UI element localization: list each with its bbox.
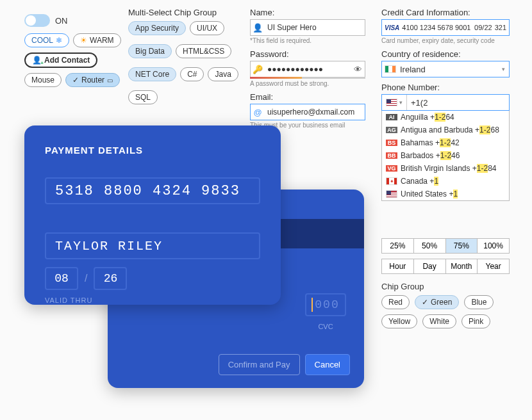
phone-option[interactable]: VGBritish Virgin Islands +1-284 xyxy=(382,162,509,175)
person-icon: 👤 xyxy=(251,23,265,33)
chip-red[interactable]: Red xyxy=(381,295,410,309)
name-helper: *This field is required. xyxy=(250,37,365,44)
card-front: PAYMENT DETAILS 5318 8800 4324 9833 TAYL… xyxy=(24,125,281,305)
cancel-button[interactable]: Cancel xyxy=(305,354,350,375)
chip-ui-ux[interactable]: UI/UX xyxy=(190,21,224,35)
email-label: Email: xyxy=(250,92,365,102)
country-badge: AG xyxy=(386,127,397,133)
phone-flag-select[interactable]: ▾ xyxy=(382,95,407,110)
visa-icon: VISA xyxy=(385,24,399,31)
country-badge: VG xyxy=(386,165,397,172)
chip-sql[interactable]: SQL xyxy=(128,90,158,104)
flag-ireland-icon xyxy=(385,65,396,73)
email-input[interactable]: @ uisuperhero@dxmail.com xyxy=(250,104,365,120)
eye-icon[interactable]: 👁 xyxy=(351,65,365,74)
payment-title: PAYMENT DETAILS xyxy=(45,145,260,156)
chip-router[interactable]: ✓ Router ▭ xyxy=(65,73,120,87)
country-select[interactable]: Ireland ▾ xyxy=(381,61,510,77)
key-icon: 🔑 xyxy=(251,65,265,74)
flag-icon xyxy=(386,190,397,198)
country-badge: BB xyxy=(386,152,397,159)
chip-net-core[interactable]: NET Core xyxy=(128,67,176,81)
chip-java[interactable]: Java xyxy=(208,67,238,81)
chip-green[interactable]: ✓ Green xyxy=(415,295,459,309)
exp-year-input[interactable]: 26 xyxy=(94,267,127,290)
snowflake-icon: ❄ xyxy=(56,36,62,45)
chip-cool[interactable]: COOL ❄ xyxy=(24,33,69,47)
password-label: Password: xyxy=(250,49,365,59)
phone-option[interactable]: Canada +1 xyxy=(382,175,509,188)
valid-thru-label: VALID THRU xyxy=(45,296,260,304)
cc-label: Credit Card Information: xyxy=(381,8,510,17)
cvc-label: CVC xyxy=(305,323,346,330)
flag-icon xyxy=(386,177,397,185)
card-number-input[interactable]: 5318 8800 4324 9833 xyxy=(45,177,260,204)
time-group: HourDayMonthYear xyxy=(381,259,510,274)
time-month[interactable]: Month xyxy=(446,259,478,273)
flag-us-icon xyxy=(386,99,397,106)
pct-25%[interactable]: 25% xyxy=(382,239,414,253)
multi-select-title: Multi-Select Chip Group xyxy=(128,8,247,17)
chevron-down-icon: ▾ xyxy=(502,66,505,72)
cc-input[interactable]: VISA 4100 1234 5678 9001 09/22 321 xyxy=(381,19,510,36)
phone-option[interactable]: AIAnguilla +1-264 xyxy=(382,111,509,124)
cvc-input[interactable]: 000 xyxy=(305,293,346,316)
phone-option[interactable]: United States +1 xyxy=(382,188,509,200)
chip-html-css[interactable]: HTML&CSS xyxy=(176,44,231,58)
password-input[interactable]: 🔑 ●●●●●●●●●●●● 👁 xyxy=(250,61,365,77)
add-contact-button[interactable]: 👤+ Add Contact xyxy=(24,52,97,68)
chip-big-data[interactable]: Big Data xyxy=(128,44,172,58)
name-input[interactable]: 👤 UI Super Hero xyxy=(250,19,365,36)
at-icon: @ xyxy=(251,108,265,117)
time-hour[interactable]: Hour xyxy=(382,259,414,273)
phone-input[interactable]: ▾ +1(2 xyxy=(381,94,510,111)
chip-mouse[interactable]: Mouse xyxy=(24,73,62,87)
card-name-input[interactable]: TAYLOR RILEY xyxy=(45,232,260,259)
chip-c-[interactable]: C# xyxy=(180,67,204,81)
chip-white[interactable]: White xyxy=(422,314,456,328)
chip-pink[interactable]: Pink xyxy=(461,314,490,328)
password-strength-bar xyxy=(250,77,365,79)
exp-separator: / xyxy=(85,273,87,284)
phone-option[interactable]: BSBahamas +1-242 xyxy=(382,136,509,149)
chip-yellow[interactable]: Yellow xyxy=(381,314,417,328)
router-icon: ▭ xyxy=(107,77,113,84)
time-year[interactable]: Year xyxy=(478,259,509,273)
add-contact-icon: 👤+ xyxy=(32,56,42,65)
country-label: Country of residence: xyxy=(381,49,510,59)
percent-group: 25%50%75%100% xyxy=(381,238,510,254)
toggle-label: ON xyxy=(55,16,68,26)
country-badge: BS xyxy=(386,140,397,146)
toggle-on[interactable] xyxy=(24,14,50,27)
pct-50%[interactable]: 50% xyxy=(414,239,446,253)
chip-warm[interactable]: ☀ WARM xyxy=(73,33,121,47)
confirm-button[interactable]: Confirm and Pay xyxy=(219,354,300,375)
chip-blue[interactable]: Blue xyxy=(464,295,494,309)
chip-app-security[interactable]: App Security xyxy=(128,21,186,35)
pct-75%[interactable]: 75% xyxy=(446,239,478,253)
name-label: Name: xyxy=(250,8,365,17)
exp-month-input[interactable]: 08 xyxy=(45,267,78,290)
phone-option[interactable]: BBBarbados +1-246 xyxy=(382,149,509,162)
cc-helper: Card number, expiry date, security code xyxy=(381,37,510,44)
phone-label: Phone Number: xyxy=(381,83,510,92)
check-icon: ✓ xyxy=(72,76,79,85)
country-badge: AI xyxy=(386,114,397,120)
chip-group-title: Chip Group xyxy=(381,282,516,291)
phone-option[interactable]: AGAntigua and Barbuda +1-268 xyxy=(382,124,509,136)
password-helper: A password must be strong. xyxy=(250,80,365,87)
text-cursor xyxy=(312,298,313,312)
chevron-down-icon: ▾ xyxy=(399,99,403,106)
phone-dropdown: AIAnguilla +1-264AGAntigua and Barbuda +… xyxy=(381,111,510,201)
time-day[interactable]: Day xyxy=(414,259,446,273)
sun-icon: ☀ xyxy=(80,36,87,45)
pct-100%[interactable]: 100% xyxy=(478,239,509,253)
check-icon: ✓ xyxy=(422,298,428,307)
